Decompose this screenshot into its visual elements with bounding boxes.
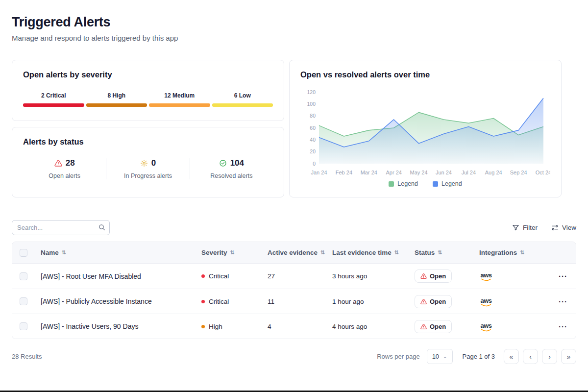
table-row[interactable]: [AWS] - Root User MFA Disabled Critical … (12, 264, 576, 289)
table-row[interactable]: [AWS] - Publicly Accessible Instance Cri… (12, 289, 576, 314)
search-input[interactable] (12, 220, 110, 235)
legend-label: Legend (441, 180, 462, 187)
filter-button-label: Filter (523, 224, 538, 231)
severity-card-title: Open alerts by severity (23, 70, 273, 79)
page-info: Page 1 of 3 (463, 353, 495, 360)
warning-triangle-icon (420, 298, 427, 305)
severity-segment-label: 6 Low (212, 92, 273, 99)
page-title: Triggered Alerts (12, 15, 576, 30)
in-progress-alerts-count: 0 (151, 158, 156, 168)
aws-smile-icon (480, 329, 492, 332)
column-header-name[interactable]: Name⇅ (41, 249, 201, 256)
table-row[interactable]: [AWS] - Inactive Users, 90 Days High 4 4… (12, 314, 576, 339)
status-stats: 28 Open alerts 0 In Progress alerts (23, 158, 273, 179)
column-header-status[interactable]: Status⇅ (415, 249, 479, 256)
view-button[interactable]: View (551, 224, 576, 231)
rows-per-page-label: Rows per page (377, 353, 419, 360)
row-actions-button[interactable]: ··· (550, 272, 576, 280)
filter-button[interactable]: Filter (512, 224, 538, 231)
alerts-over-time-card: Open vs resolved alerts over time 020406… (289, 60, 562, 197)
open-alerts-label: Open alerts (49, 172, 80, 179)
severity-bar: 2 Critical 8 High 12 Medium 6 Low (23, 92, 273, 107)
page: Triggered Alerts Manage and respond to a… (0, 0, 588, 392)
alert-name: [AWS] - Root User MFA Disabled (41, 272, 201, 280)
severity-segment-bar (23, 103, 84, 107)
alerts-by-status-card: Alerts by status 28 Open alerts 0 (12, 127, 284, 197)
aws-smile-icon (480, 278, 492, 282)
svg-text:Oct 24: Oct 24 (536, 170, 550, 175)
svg-text:60: 60 (310, 125, 316, 131)
status-badge[interactable]: Open (415, 270, 452, 283)
last-evidence-time: 3 hours ago (332, 272, 415, 280)
chevron-down-icon: ⌄ (443, 354, 447, 359)
table-header-row: Name⇅ Severity⇅ Active evidence⇅ Last ev… (12, 242, 576, 264)
last-evidence-time: 4 hours ago (332, 323, 415, 330)
last-page-button[interactable]: » (561, 349, 576, 364)
in-progress-alerts-label: In Progress alerts (124, 172, 172, 179)
svg-text:20: 20 (310, 148, 316, 154)
resolved-alerts-stat: 104 Resolved alerts (190, 158, 273, 179)
next-page-button[interactable]: › (542, 349, 557, 364)
svg-text:Aug 24: Aug 24 (485, 170, 502, 175)
svg-text:Sep 24: Sep 24 (510, 170, 527, 175)
sort-icon[interactable]: ⇅ (320, 249, 325, 256)
severity-segment-medium: 12 Medium (149, 92, 210, 107)
column-header-integrations[interactable]: Integrations⇅ (479, 249, 550, 256)
view-button-label: View (562, 224, 576, 231)
status-badge[interactable]: Open (415, 295, 452, 308)
resolved-alerts-label: Resolved alerts (210, 172, 252, 179)
chart-legend: Legend Legend (300, 180, 550, 187)
sort-icon[interactable]: ⇅ (438, 249, 442, 256)
legend-swatch-green (389, 181, 394, 187)
sort-icon[interactable]: ⇅ (230, 249, 235, 256)
page-subtitle: Manage and respond to alerts triggered b… (12, 34, 576, 42)
table-toolbar: Filter View (12, 220, 576, 235)
results-count: 28 Results (12, 353, 42, 360)
row-checkbox[interactable] (20, 297, 27, 305)
warning-triangle-icon (420, 323, 427, 330)
rows-per-page-select[interactable]: 10 ⌄ (427, 349, 453, 364)
severity-label: High (209, 323, 222, 330)
filter-funnel-icon (512, 224, 519, 231)
first-page-button[interactable]: « (504, 349, 519, 364)
svg-text:40: 40 (310, 137, 316, 143)
rows-per-page-value: 10 (432, 353, 439, 360)
svg-text:120: 120 (307, 89, 316, 95)
aws-smile-icon (480, 304, 492, 307)
open-alerts-count: 28 (66, 158, 75, 168)
status-badge[interactable]: Open (415, 320, 452, 333)
severity-segment-bar (149, 103, 210, 107)
resolved-alerts-count: 104 (230, 158, 244, 168)
aws-integration-logo: aws (479, 272, 493, 282)
svg-text:100: 100 (307, 101, 316, 107)
sun-loader-icon (140, 159, 148, 167)
legend-swatch-blue (433, 181, 438, 187)
row-checkbox[interactable] (20, 322, 27, 330)
active-evidence-count: 27 (268, 272, 332, 280)
row-actions-button[interactable]: ··· (550, 322, 576, 331)
severity-label: Critical (209, 298, 229, 305)
severity-segment-label: 12 Medium (149, 92, 210, 99)
severity-dot-icon (201, 300, 205, 303)
chart-card-title: Open vs resolved alerts over time (300, 70, 550, 79)
active-evidence-count: 11 (268, 298, 332, 305)
severity-segment-bar (212, 103, 273, 107)
row-checkbox[interactable] (20, 272, 27, 280)
prev-page-button[interactable]: ‹ (523, 349, 538, 364)
severity-segment-bar (86, 103, 147, 107)
row-actions-button[interactable]: ··· (550, 297, 576, 306)
alerts-over-time-chart: 020406080100120Jan 24Feb 24Mar 24Apr 24M… (300, 86, 550, 178)
aws-integration-logo: aws (479, 323, 493, 332)
sort-icon[interactable]: ⇅ (394, 249, 399, 256)
sort-icon[interactable]: ⇅ (520, 249, 524, 256)
column-header-severity[interactable]: Severity⇅ (201, 249, 268, 256)
select-all-checkbox[interactable] (20, 249, 27, 257)
search-icon (98, 223, 106, 231)
severity-segment-critical: 2 Critical (23, 92, 84, 107)
sort-icon[interactable]: ⇅ (62, 249, 66, 256)
severity-segment-high: 8 High (86, 92, 147, 107)
alerts-table: Name⇅ Severity⇅ Active evidence⇅ Last ev… (12, 242, 576, 339)
column-header-active-evidence[interactable]: Active evidence⇅ (268, 249, 332, 256)
legend-label: Legend (397, 180, 418, 187)
column-header-last-evidence-time[interactable]: Last evidence time⇅ (332, 249, 415, 256)
